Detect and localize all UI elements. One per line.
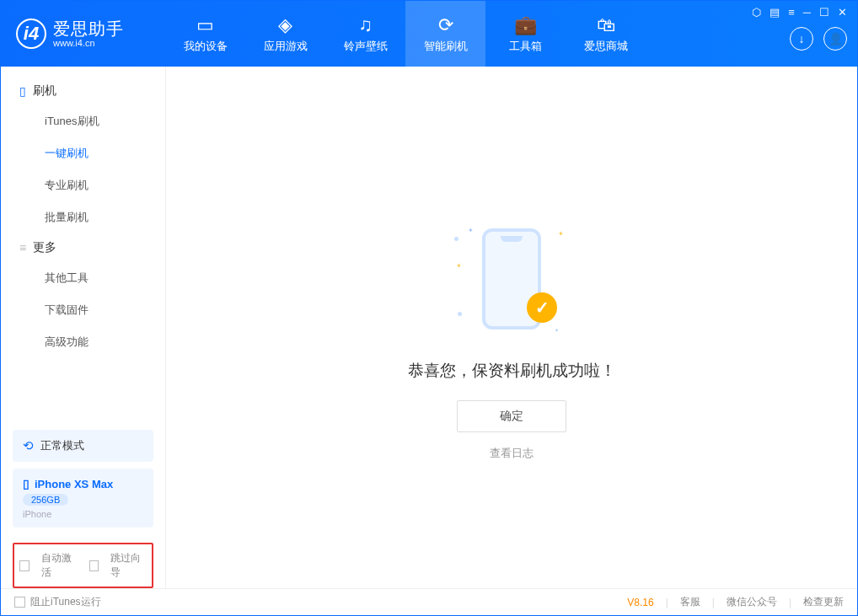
block-itunes-checkbox[interactable] xyxy=(14,597,25,608)
footer-link-wechat[interactable]: 微信公众号 xyxy=(727,595,777,609)
nav-smart-flash[interactable]: ⟳智能刷机 xyxy=(405,1,485,67)
sparkle-icon: ✦ xyxy=(558,230,564,238)
main-area: ▯ 刷机 iTunes刷机 一键刷机 专业刷机 批量刷机 ≡ 更多 其他工具 下… xyxy=(1,67,857,588)
cube-icon: ◈ xyxy=(278,13,292,37)
app-name: 爱思助手 xyxy=(53,19,124,38)
music-icon: ♫ xyxy=(358,13,373,37)
footer-link-support[interactable]: 客服 xyxy=(680,595,700,609)
window-controls: ⬡ ▤ ≡ ─ ☐ ✕ xyxy=(752,6,847,19)
footer-link-update[interactable]: 检查更新 xyxy=(803,595,844,609)
device-type: iPhone xyxy=(23,509,143,519)
mode-card[interactable]: ⟲ 正常模式 xyxy=(13,430,153,462)
device-card[interactable]: ▯ iPhone XS Max 256GB iPhone xyxy=(13,469,153,528)
view-log-link[interactable]: 查看日志 xyxy=(490,446,534,461)
nav-my-device[interactable]: ▭我的设备 xyxy=(165,1,245,67)
briefcase-icon: 💼 xyxy=(514,13,537,37)
menu-icon[interactable]: ≡ xyxy=(788,6,795,19)
user-button[interactable]: 👤 xyxy=(823,27,847,51)
maximize-button[interactable]: ☐ xyxy=(819,6,829,19)
close-button[interactable]: ✕ xyxy=(838,6,847,19)
phone-icon: ▭ xyxy=(196,13,214,37)
sparkle-icon: ✦ xyxy=(456,262,462,270)
sidebar-item-pro-flash[interactable]: 专业刷机 xyxy=(1,169,165,201)
more-icon: ≡ xyxy=(19,241,26,254)
version-label: V8.16 xyxy=(627,597,653,608)
content-area: ✓ ✦ ✦ ✦ ✦ 恭喜您，保资料刷机成功啦！ 确定 查看日志 xyxy=(166,67,857,588)
phone-small-icon: ▯ xyxy=(23,477,29,490)
nav-store[interactable]: 🛍爱思商城 xyxy=(566,1,646,67)
ok-button[interactable]: 确定 xyxy=(457,400,566,432)
auto-activate-label: 自动激活 xyxy=(41,551,78,580)
refresh-icon: ⟳ xyxy=(438,13,453,37)
sidebar-item-batch-flash[interactable]: 批量刷机 xyxy=(1,201,165,233)
mode-label: 正常模式 xyxy=(40,438,84,453)
sidebar-item-other-tools[interactable]: 其他工具 xyxy=(1,262,165,294)
auto-activate-checkbox[interactable] xyxy=(19,560,29,571)
sidebar: ▯ 刷机 iTunes刷机 一键刷机 专业刷机 批量刷机 ≡ 更多 其他工具 下… xyxy=(1,67,166,588)
skip-guide-label: 跳过向导 xyxy=(110,551,147,580)
app-url: www.i4.cn xyxy=(53,38,124,48)
sparkle-icon: ✦ xyxy=(555,327,559,333)
dot-icon xyxy=(454,237,458,241)
highlighted-checkbox-row: 自动激活 跳过向导 xyxy=(13,543,153,588)
success-message: 恭喜您，保资料刷机成功啦！ xyxy=(408,360,616,382)
sidebar-section-flash: ▯ 刷机 xyxy=(1,77,165,105)
header-right: ⬡ ▤ ≡ ─ ☐ ✕ ↓ 👤 xyxy=(722,1,857,67)
mode-icon: ⟲ xyxy=(23,438,34,453)
device-storage: 256GB xyxy=(23,494,68,506)
sidebar-item-download-firmware[interactable]: 下载固件 xyxy=(1,294,165,326)
sidebar-item-advanced[interactable]: 高级功能 xyxy=(1,326,165,358)
sidebar-item-itunes-flash[interactable]: iTunes刷机 xyxy=(1,105,165,137)
logo-block: i4 爱思助手 www.i4.cn xyxy=(1,1,165,67)
skip-guide-checkbox[interactable] xyxy=(89,560,99,571)
nav-toolbox[interactable]: 💼工具箱 xyxy=(485,1,566,67)
nav-apps-games[interactable]: ◈应用游戏 xyxy=(245,1,325,67)
device-name: iPhone XS Max xyxy=(35,478,113,490)
dot-icon xyxy=(458,312,462,316)
shirt-icon[interactable]: ⬡ xyxy=(752,6,761,19)
sidebar-item-oneclick-flash[interactable]: 一键刷机 xyxy=(1,137,165,169)
minimize-button[interactable]: ─ xyxy=(803,6,811,19)
block-itunes-label: 阻止iTunes运行 xyxy=(30,595,101,609)
sidebar-section-more: ≡ 更多 xyxy=(1,233,165,262)
check-badge-icon: ✓ xyxy=(527,292,557,323)
download-button[interactable]: ↓ xyxy=(790,27,813,51)
device-icon: ▯ xyxy=(19,84,26,98)
nav-ringtone-wallpaper[interactable]: ♫铃声壁纸 xyxy=(325,1,405,67)
bag-icon: 🛍 xyxy=(597,13,615,37)
footer: 阻止iTunes运行 V8.16 | 客服 | 微信公众号 | 检查更新 xyxy=(1,588,857,615)
app-header: i4 爱思助手 www.i4.cn ▭我的设备 ◈应用游戏 ♫铃声壁纸 ⟳智能刷… xyxy=(1,1,857,67)
list-icon[interactable]: ▤ xyxy=(770,6,780,19)
success-illustration: ✓ ✦ ✦ ✦ ✦ xyxy=(453,220,571,338)
logo-icon: i4 xyxy=(16,19,46,49)
nav-tabs: ▭我的设备 ◈应用游戏 ♫铃声壁纸 ⟳智能刷机 💼工具箱 🛍爱思商城 xyxy=(165,1,722,67)
sparkle-icon: ✦ xyxy=(468,227,474,234)
